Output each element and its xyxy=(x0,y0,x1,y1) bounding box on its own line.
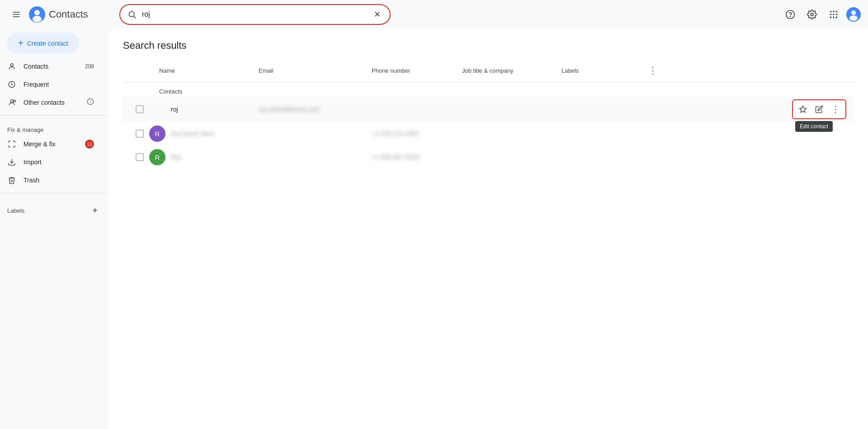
row3-job xyxy=(462,145,561,169)
app-title: Contacts xyxy=(49,9,88,20)
help-button[interactable] xyxy=(781,5,799,23)
other-contacts-nav-icon xyxy=(7,98,16,107)
row2-name-cell: ⠿ R Roj Name Here xyxy=(123,126,251,142)
apps-button[interactable] xyxy=(825,5,843,23)
avatar[interactable] xyxy=(846,7,861,22)
col-job: Job title & company xyxy=(462,59,561,83)
group-label: Contacts xyxy=(159,88,182,95)
row1-job xyxy=(462,97,561,122)
main-layout: + Create contact Contacts 208 Freque xyxy=(0,29,868,429)
svg-point-19 xyxy=(836,17,838,19)
svg-point-6 xyxy=(129,11,134,17)
row1-actions: ⋮ Edit contact xyxy=(645,97,854,122)
merge-fix-badge: 11 xyxy=(85,140,94,149)
create-contact-button[interactable]: + Create contact xyxy=(7,33,79,54)
svg-point-10 xyxy=(811,13,813,16)
search-bar: ✕ xyxy=(119,4,391,25)
contacts-logo-icon xyxy=(29,6,45,23)
svg-point-15 xyxy=(833,14,835,15)
table-row[interactable]: ⠿ R Roj +1 800 987 6543 xyxy=(123,145,854,169)
sidebar-item-merge-fix[interactable]: Merge & fix 11 xyxy=(0,135,101,153)
svg-point-18 xyxy=(833,17,835,19)
contacts-nav-label: Contacts xyxy=(24,63,78,70)
divider-1 xyxy=(0,115,108,116)
merge-fix-icon xyxy=(7,140,16,148)
col-name: Name xyxy=(123,59,259,83)
row1-checkbox[interactable] xyxy=(136,105,144,113)
frequent-nav-label: Frequent xyxy=(24,81,94,88)
row3-checkbox[interactable] xyxy=(136,153,144,161)
row2-avatar: R xyxy=(149,126,165,142)
svg-point-25 xyxy=(10,100,13,103)
row2-email xyxy=(259,122,372,145)
group-label-row: Contacts xyxy=(123,83,854,97)
labels-header: Labels + xyxy=(0,197,108,219)
import-icon xyxy=(7,158,16,166)
sidebar-item-contacts[interactable]: Contacts 208 xyxy=(0,57,101,75)
frequent-nav-icon xyxy=(7,80,16,89)
content-area: Search results Name Email Phone number J… xyxy=(108,29,868,429)
table-row[interactable]: ⠿ roj roj.name@icloud.com xyxy=(123,97,854,122)
other-contacts-info-icon[interactable] xyxy=(87,98,94,107)
svg-marker-31 xyxy=(800,106,807,112)
svg-point-13 xyxy=(836,11,838,13)
svg-point-8 xyxy=(786,10,794,19)
row1-labels xyxy=(561,97,645,122)
row2-contact-name: Roj Name Here xyxy=(171,130,214,137)
other-contacts-nav-label: Other contacts xyxy=(24,99,80,106)
svg-point-14 xyxy=(830,14,832,15)
sidebar-item-trash[interactable]: Trash xyxy=(0,171,101,189)
row1-email: roj.name@icloud.com xyxy=(259,97,372,122)
edit-contact-button[interactable] xyxy=(811,101,827,117)
row3-phone: +1 800 987 6543 xyxy=(372,145,462,169)
row3-name-cell: ⠿ R Roj xyxy=(123,149,251,165)
sidebar-item-other-contacts[interactable]: Other contacts xyxy=(0,93,101,112)
svg-point-5 xyxy=(33,16,42,22)
settings-button[interactable] xyxy=(803,5,821,23)
create-contact-label: Create contact xyxy=(27,40,68,47)
add-label-button[interactable]: + xyxy=(89,204,101,217)
sidebar-item-import[interactable]: Import xyxy=(0,153,101,171)
search-container: ✕ xyxy=(119,4,391,25)
edit-contact-tooltip: Edit contact xyxy=(795,121,833,132)
svg-point-9 xyxy=(790,16,791,17)
row2-checkbox[interactable] xyxy=(136,130,144,138)
import-label: Import xyxy=(24,159,94,166)
topbar-left: Contacts xyxy=(7,5,116,23)
search-icon xyxy=(127,10,137,19)
table-row[interactable]: ⠿ R Roj Name Here +1 555 123 4567 xyxy=(123,122,854,145)
svg-point-17 xyxy=(830,17,832,19)
fix-manage-header: Fix & manage xyxy=(0,119,108,135)
row3-actions xyxy=(645,145,854,169)
svg-point-16 xyxy=(836,14,838,15)
star-button[interactable] xyxy=(795,101,811,117)
row1-contact-name: roj xyxy=(171,106,178,113)
page-title: Search results xyxy=(123,40,854,51)
labels-label: Labels xyxy=(7,207,24,214)
col-phone: Phone number xyxy=(372,59,462,83)
row3-contact-name: Roj xyxy=(171,154,180,161)
contacts-nav-icon xyxy=(7,62,16,70)
row2-phone: +1 555 123 4567 xyxy=(372,122,462,145)
menu-button[interactable] xyxy=(7,5,25,23)
trash-icon xyxy=(7,176,16,184)
row3-email xyxy=(259,145,372,169)
svg-point-26 xyxy=(14,100,16,103)
merge-fix-label: Merge & fix xyxy=(24,140,78,148)
svg-point-12 xyxy=(833,11,835,13)
contacts-nav-count: 208 xyxy=(85,63,94,70)
row3-labels xyxy=(561,145,645,169)
table-header: Name Email Phone number Job title & comp… xyxy=(123,59,854,83)
table-body: Contacts ⠿ roj ro xyxy=(123,83,854,169)
row2-job xyxy=(462,122,561,145)
table-more-button[interactable]: ⋮ xyxy=(645,62,661,79)
fix-manage-label: Fix & manage xyxy=(7,126,43,133)
row1-more-button[interactable]: ⋮ xyxy=(827,101,844,117)
svg-point-21 xyxy=(851,10,856,15)
sidebar-item-frequent[interactable]: Frequent xyxy=(0,75,101,93)
row1-phone xyxy=(372,97,462,122)
search-input[interactable] xyxy=(142,10,366,19)
create-plus-icon: + xyxy=(18,38,24,48)
search-clear-button[interactable]: ✕ xyxy=(372,9,382,20)
results-table: Name Email Phone number Job title & comp… xyxy=(123,59,854,169)
